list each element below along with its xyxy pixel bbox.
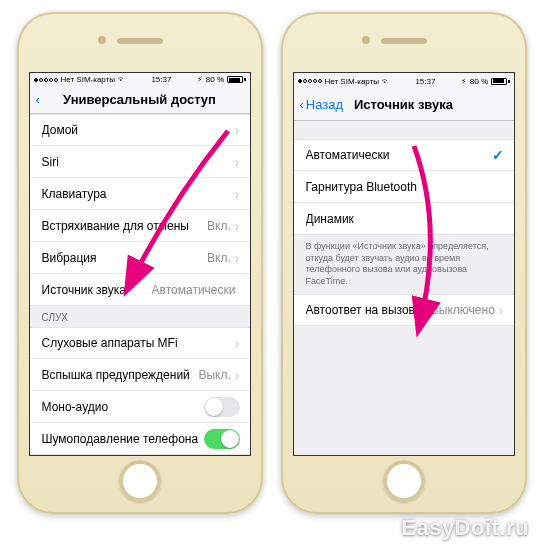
screen-accessibility: Нет SIM-карты ᯤ 15:37 ⚡︎ 80 % ‹ Универса… [29, 72, 251, 456]
row-label: Встряхивание для отмены [42, 219, 208, 233]
row-hearing-devices[interactable]: Слуховые аппараты MFi › [30, 327, 250, 359]
chevron-right-icon: › [235, 218, 240, 234]
row-label: Домой [42, 123, 235, 137]
checkmark-icon: ✓ [492, 147, 504, 163]
back-label: Назад [306, 97, 343, 112]
row-label: Автоответ на вызовы [306, 303, 431, 317]
chevron-right-icon: › [235, 186, 240, 202]
carrier-text: Нет SIM-карты [325, 77, 380, 86]
battery-pct: 80 % [470, 77, 488, 86]
carrier-text: Нет SIM-карты [61, 75, 116, 84]
row-auto-answer[interactable]: Автоответ на вызовы Выключено › [294, 294, 514, 326]
back-button[interactable]: ‹ [36, 92, 40, 107]
row-shake-to-undo[interactable]: Встряхивание для отмены Вкл. › [30, 210, 250, 242]
row-value: Вкл. [207, 219, 231, 233]
page-title: Универсальный доступ [63, 92, 216, 107]
row-label: Слуховые аппараты MFi [42, 336, 235, 350]
row-label: Шумоподавление телефона [42, 432, 204, 446]
iphone-left: Нет SIM-карты ᯤ 15:37 ⚡︎ 80 % ‹ Универса… [17, 12, 263, 514]
toggle-noise-cancel[interactable] [204, 429, 240, 449]
toggle-mono-audio[interactable] [204, 397, 240, 417]
home-button[interactable] [119, 460, 161, 502]
row-noise-cancel[interactable]: Шумоподавление телефона [30, 423, 250, 455]
nav-bar: ‹ Назад Источник звука [294, 89, 514, 121]
row-siri[interactable]: Siri › [30, 146, 250, 178]
status-bar: Нет SIM-карты ᯤ 15:37 ⚡︎ 80 % [294, 73, 514, 89]
option-speaker[interactable]: Динамик [294, 203, 514, 235]
page-title: Источник звука [354, 97, 453, 112]
row-label: Клавиатура [42, 187, 235, 201]
row-vibration[interactable]: Вибрация Вкл. › [30, 242, 250, 274]
time-text: 15:37 [151, 75, 171, 84]
row-led-flash[interactable]: Вспышка предупреждений Выкл. › [30, 359, 250, 391]
chevron-right-icon: › [235, 367, 240, 383]
option-bluetooth-headset[interactable]: Гарнитура Bluetooth [294, 171, 514, 203]
row-label: Вспышка предупреждений [42, 368, 199, 382]
chevron-left-icon: ‹ [300, 97, 304, 112]
chevron-left-icon: ‹ [36, 92, 40, 107]
row-value: Автоматически [152, 283, 236, 297]
row-label: Источник звука [42, 283, 152, 297]
row-value: Вкл. [207, 251, 231, 265]
row-audio-source[interactable]: Источник звука Автоматически [30, 274, 250, 306]
chevron-right-icon: › [235, 122, 240, 138]
section-footer: В функции «Источник звука» определяется,… [294, 235, 514, 294]
section-hearing: слух [30, 306, 250, 327]
row-keyboard[interactable]: Клавиатура › [30, 178, 250, 210]
row-label: Siri [42, 155, 235, 169]
back-button[interactable]: ‹ Назад [300, 97, 344, 112]
status-bar: Нет SIM-карты ᯤ 15:37 ⚡︎ 80 % [30, 73, 250, 87]
option-automatic[interactable]: Автоматически ✓ [294, 139, 514, 171]
chevron-right-icon: › [235, 250, 240, 266]
screen-audio-source: Нет SIM-карты ᯤ 15:37 ⚡︎ 80 % ‹ Назад Ис… [293, 72, 515, 456]
battery-pct: 80 % [206, 75, 224, 84]
option-label: Автоматически [306, 148, 492, 162]
row-value: Выкл. [198, 368, 230, 382]
home-button[interactable] [383, 460, 425, 502]
chevron-right-icon: › [235, 335, 240, 351]
row-value: Выключено [431, 303, 495, 317]
row-label: Моно-аудио [42, 400, 204, 414]
row-mono-audio[interactable]: Моно-аудио [30, 391, 250, 423]
chevron-right-icon: › [499, 302, 504, 318]
option-label: Динамик [306, 212, 504, 226]
watermark: EasyDoit.ru [401, 515, 529, 541]
iphone-right: Нет SIM-карты ᯤ 15:37 ⚡︎ 80 % ‹ Назад Ис… [281, 12, 527, 514]
time-text: 15:37 [415, 77, 435, 86]
option-label: Гарнитура Bluetooth [306, 180, 504, 194]
row-home[interactable]: Домой › [30, 114, 250, 146]
row-label: Вибрация [42, 251, 208, 265]
chevron-right-icon: › [235, 154, 240, 170]
nav-bar: ‹ Универсальный доступ [30, 87, 250, 114]
